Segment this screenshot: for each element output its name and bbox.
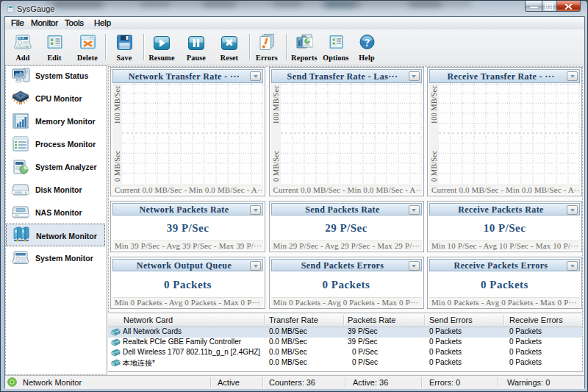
svg-text:?: ? [364,37,369,49]
